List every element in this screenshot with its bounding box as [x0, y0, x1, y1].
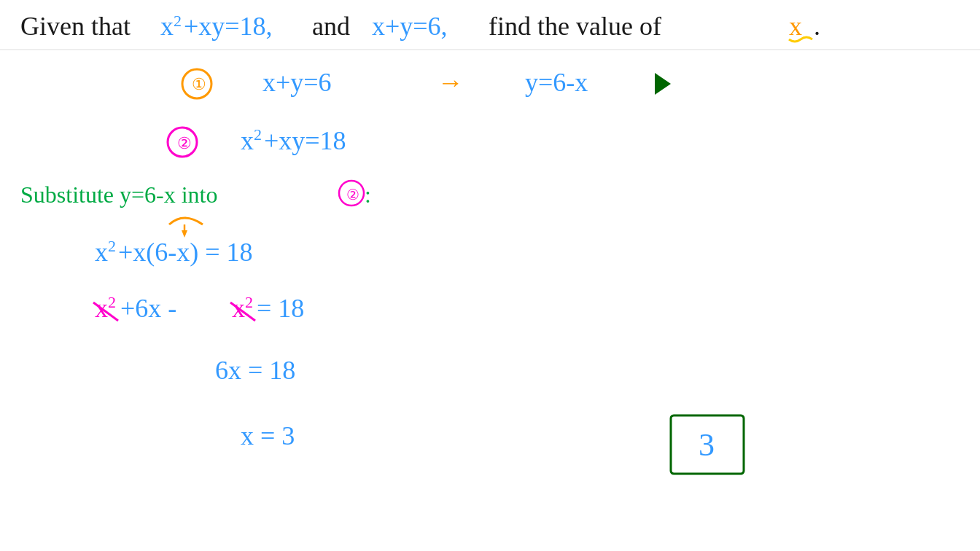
- arrow-1: →: [438, 68, 464, 97]
- given-that-text: Given that: [20, 12, 131, 41]
- step2-rest: +xy=18: [264, 126, 346, 155]
- green-arrow: [655, 73, 671, 95]
- equation1-title: x: [160, 12, 174, 41]
- find-text: find the value of: [489, 12, 661, 41]
- eq1-sup1: 2: [174, 12, 182, 30]
- work4: x = 3: [241, 421, 295, 450]
- work1-x2: x: [95, 238, 108, 267]
- period: .: [814, 12, 820, 41]
- and-text: and: [312, 12, 350, 41]
- work3: 6x = 18: [215, 356, 295, 385]
- step1-result: y=6-x: [525, 68, 588, 97]
- number-2-label: ②: [177, 134, 192, 152]
- work2-equals18: = 18: [257, 294, 304, 323]
- equation2-title: x+y=6,: [372, 12, 448, 41]
- number-1: ①: [192, 75, 206, 93]
- work2-6x: +6x -: [120, 294, 176, 323]
- step2-x: x: [241, 126, 254, 155]
- eq1-rest: +xy=18,: [184, 12, 273, 41]
- work2-sup1: 2: [108, 293, 116, 311]
- work1-rest: +x(6-x) = 18: [118, 238, 253, 267]
- circle-2-inline-text: ②: [346, 187, 359, 203]
- substitute-label: Substitute y=6-x into: [20, 181, 218, 208]
- work1-sup: 2: [108, 237, 116, 255]
- x-find: x: [789, 12, 802, 41]
- page-content: Given that x 2 +xy=18, and x+y=6, find t…: [0, 0, 980, 551]
- sub-arc: [169, 218, 203, 224]
- work2-sup2: 2: [245, 293, 253, 311]
- step1-eq: x+y=6: [262, 68, 332, 97]
- colon: :: [365, 181, 371, 208]
- sub-arrow-head: [182, 230, 187, 238]
- answer-value: 3: [699, 427, 715, 463]
- step2-sup: 2: [254, 125, 262, 144]
